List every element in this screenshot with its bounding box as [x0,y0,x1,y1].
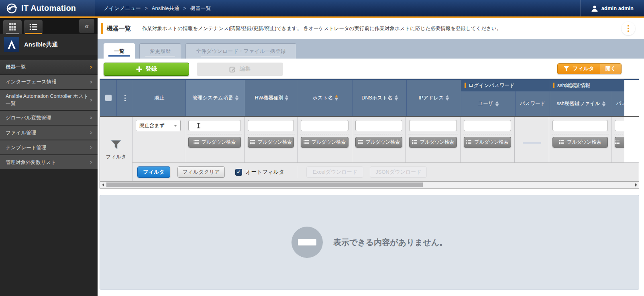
filter-actions-bar: フィルタ フィルタクリア ✓ オートフィルタ Excelダウンロード JSONダ… [132,162,639,181]
column-header-label: ホスト名 [313,95,333,101]
pulldown-search-label: プルダウン検索 [312,139,346,146]
breadcrumb-item[interactable]: Ansible共通 [152,5,179,12]
sidebar-item[interactable]: Ansible Automation Controller ホスト一覧> [0,90,98,111]
column-header[interactable]: パスフレーズ [612,91,624,116]
filter-open-button[interactable]: フィルタ 開く [557,63,622,74]
sidebar-item[interactable]: インターフェース情報> [0,75,98,90]
chevron-right-icon: > [90,97,92,103]
filter-text-input[interactable] [248,120,294,131]
tab[interactable]: 全件ダウンロード・ファイル一括登録 [185,43,296,59]
divider [552,134,609,134]
pulldown-search-button[interactable]: プルダウン検索 [464,137,511,148]
filter-text-input[interactable] [409,120,457,131]
tab-bar: 一覧変更履歴全件ダウンロード・ファイル一括登録 [98,39,644,59]
filter-open-label[interactable]: 開く [600,64,621,74]
breadcrumb-item[interactable]: 機器一覧 [190,5,211,12]
table-header-row: 廃止管理システム項番HW機器種別ホスト名DNSホスト名IPアドレスログインパスワ… [100,79,639,116]
tab[interactable]: 一覧 [104,43,135,59]
page-menu-button[interactable] [622,22,635,35]
edit-button[interactable]: 編集 [197,63,283,76]
user-menu[interactable]: admin admin [580,0,644,16]
pencil-icon [229,66,236,73]
checkbox-icon[interactable] [105,95,112,101]
tab-menu-grid[interactable] [3,20,22,34]
filter-text-input[interactable] [552,120,608,131]
row-menu-column-header[interactable] [117,80,133,116]
divider [187,134,242,134]
checkbox-checked-icon[interactable]: ✓ [235,169,242,176]
pulldown-search-button[interactable]: プルダウン検索 [615,137,624,148]
kebab-icon [628,25,629,26]
list-icon [358,140,363,144]
app-logo[interactable]: IT Automation [0,0,95,16]
divider [355,134,403,134]
excel-download-button[interactable]: Excelダウンロード [306,166,363,178]
divider [614,134,624,134]
column-group-label: ログインパスワード [469,82,515,89]
select-all-checkbox[interactable] [100,80,117,116]
top-header-bar: IT Automation メインメニュー>Ansible共通>機器一覧 adm… [0,0,644,16]
column-header[interactable]: 廃止 [133,80,186,116]
pulldown-search-button[interactable]: プルダウン検索 [552,137,608,148]
column-header-label: 管理システム項番 [192,95,233,101]
column-header-label: DNSホスト名 [361,95,392,101]
pulldown-search-label: プルダウン検索 [420,139,454,146]
filter-text-input[interactable] [464,120,511,131]
column-header[interactable]: IPアドレス [407,80,461,116]
pulldown-search-button[interactable]: プルダウン検索 [301,137,348,148]
chevron-right-icon: > [90,79,92,85]
pulldown-search-button[interactable]: プルダウン検索 [355,137,402,148]
filter-text-input[interactable] [188,120,241,131]
pulldown-search-button[interactable]: プルダウン検索 [248,137,294,148]
filter-text-input[interactable] [301,120,348,131]
app-logo-icon [6,2,18,14]
filter-cell-label: フィルタ [106,154,126,160]
scrollbar-thumb[interactable] [106,182,423,187]
tab-menu-list[interactable] [24,20,43,34]
sidebar-item[interactable]: テンプレート管理> [0,140,98,155]
divider [463,134,512,134]
column-header-label: HW機器種別 [255,95,283,101]
breadcrumb-item[interactable]: メインメニュー [104,5,141,12]
pulldown-search-button[interactable]: プルダウン検索 [188,137,241,148]
not-filterable-dash [523,142,541,144]
scrollbar-track[interactable] [106,182,633,189]
column-header[interactable]: ssh秘密鍵ファイル [550,91,612,116]
json-download-button[interactable]: JSONダウンロード [370,166,427,178]
column-header[interactable]: ユーザ [461,91,516,116]
chevron-right-icon: > [90,130,92,136]
sidebar-tab-strip: « [0,18,98,34]
column-group-label: ssh鍵認証情報 [557,82,590,89]
column-header[interactable]: パスワード [516,91,550,116]
column-header[interactable]: ホスト名 [298,80,353,116]
divider [300,134,349,134]
pulldown-search-button[interactable]: プルダウン検索 [409,137,457,148]
sidebar-item-label: テンプレート管理 [6,144,90,151]
autofilter-toggle[interactable]: ✓ オートフィルタ [235,168,284,176]
scroll-left-arrow-icon[interactable] [100,182,106,188]
sidebar-item[interactable]: 機器一覧> [0,60,98,75]
filter-clear-button[interactable]: フィルタクリア [177,166,225,178]
discard-filter-select[interactable]: 廃止含まず [136,120,181,131]
plus-icon [136,66,142,72]
chevron-right-icon: > [90,159,92,165]
filter-text-input[interactable] [355,120,402,131]
sidebar-item[interactable]: グローバル変数管理> [0,111,98,126]
sidebar-collapse-button[interactable]: « [79,19,94,33]
horizontal-scrollbar[interactable] [100,181,639,188]
group-accent-bar [553,83,554,88]
main-area: 機器一覧 作業対象ホストの情報をメンテナンス(閲覧/登録/更新/廃止)できます。… [98,18,644,296]
tab[interactable]: 変更履歴 [139,43,181,59]
filter-run-button[interactable]: フィルタ [137,166,170,178]
column-header[interactable]: 管理システム項番 [186,80,245,116]
sidebar-item[interactable]: ファイル管理> [0,126,98,140]
sidebar-item[interactable]: 管理対象外変数リスト> [0,155,98,170]
column-header[interactable]: HW機器種別 [245,80,298,116]
register-button[interactable]: 登録 [104,63,189,76]
breadcrumb: メインメニュー>Ansible共通>機器一覧 [95,5,211,12]
column-group-header: ログインパスワード [461,80,550,91]
scroll-right-arrow-icon[interactable] [633,182,639,188]
filter-text-input[interactable] [615,120,624,131]
filter-cell [515,117,549,162]
column-header[interactable]: DNSホスト名 [353,80,407,116]
